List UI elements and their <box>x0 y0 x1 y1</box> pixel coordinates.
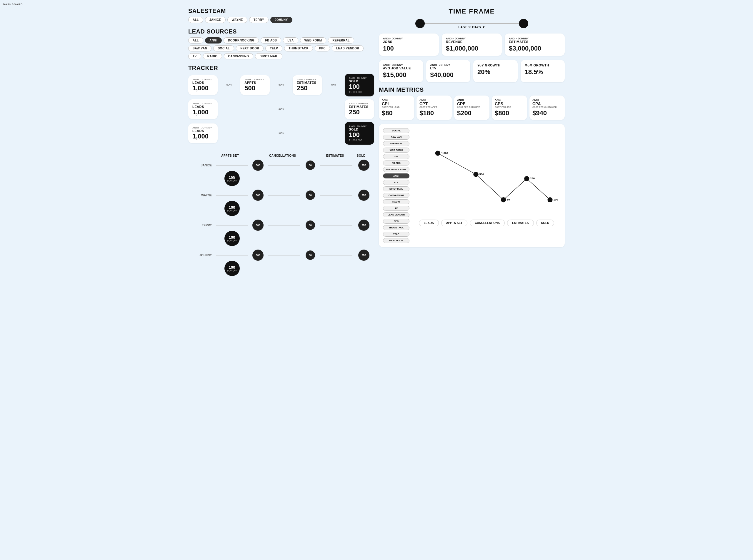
leadsources-section: LEAD SOURCES ALLANGIDOORKNOCKINGFB ADSLS… <box>188 28 374 61</box>
leadsource-pill-saw-van[interactable]: SAW VAN <box>188 45 212 52</box>
row-line <box>320 225 352 225</box>
row-line <box>268 255 300 256</box>
legend-pill-canvassing[interactable]: CANVASSING <box>383 193 409 198</box>
legend-pill-social[interactable]: SOCIAL <box>383 128 409 133</box>
chart-bottom-pills: LEADSAPPTS SETCANCELLATIONSESTIMATESSOLD <box>412 220 561 226</box>
legend-pill-referral[interactable]: REFERRAL <box>383 141 409 146</box>
dot-sold: 100$1,000,000 <box>225 261 240 276</box>
leadsource-pill-doorknocking[interactable]: DOORKNOCKING <box>224 37 259 43</box>
legend-pill-fb-ads[interactable]: FB ADS <box>383 160 409 165</box>
row-name: TERRY <box>188 224 215 227</box>
right-panel: TIME FRAME LAST 30 DAYS ▼ ANGI · JOHNNY … <box>379 8 565 280</box>
dot-estimates: 250 <box>358 249 369 261</box>
kpi-card: MoM GROWTH 18.5% <box>521 60 565 82</box>
leadsource-pill-referral[interactable]: REFERRAL <box>328 37 354 43</box>
row-line <box>216 225 248 225</box>
row-line <box>268 165 300 165</box>
leadsource-pill-tv[interactable]: TV <box>188 53 201 59</box>
leadsource-pill-yelp[interactable]: YELP <box>265 45 282 52</box>
leadsource-pill-angi[interactable]: ANGI <box>205 37 222 43</box>
tracker-leads-2: ANGI · JOHNNY LEADS 1,000 <box>188 99 218 119</box>
legend-pill-dirct-mail[interactable]: DIRCT MAIL <box>383 186 409 192</box>
slider-label: LAST 30 DAYS ▼ <box>458 25 485 29</box>
svg-text:500: 500 <box>480 173 484 176</box>
svg-text:1,000: 1,000 <box>441 152 448 155</box>
salesteam-pill-wayne[interactable]: WAYNE <box>227 17 247 23</box>
row-line <box>268 225 300 225</box>
kpi-card: ANGI · JOHNNY AVG JOB VALUE $15,000 <box>379 60 423 82</box>
tracker-arrow-3: 40% <box>325 83 342 87</box>
tracker-leads-1-source: ANGI · JOHNNY <box>192 78 214 81</box>
chart-svg: 1,00050050250100 <box>412 128 561 216</box>
leadsource-pill-radio[interactable]: RADIO <box>203 53 222 59</box>
leadsource-pill-lsa[interactable]: LSA <box>283 37 298 43</box>
table-row: JOHNNY 500 50 250 100$1,000,000 <box>188 249 374 276</box>
leadsource-pill-canvassing[interactable]: CANVASSING <box>224 53 254 59</box>
col-cancellations: CANCELLATIONS <box>269 154 296 157</box>
chart-bottom-pill-leads[interactable]: LEADS <box>419 220 439 226</box>
leadsource-pill-all[interactable]: ALL <box>188 37 203 43</box>
leadsource-pill-ppc[interactable]: PPC <box>315 45 330 52</box>
tracker-leads-3: ANGI · JOHNNY LEADS 1,000 <box>188 123 218 143</box>
leadsource-pill-web-form[interactable]: WEB FORM <box>300 37 327 43</box>
tracker-sold-1: ANGI · JOHNNY SOLD 100 $1,000,000 <box>345 74 374 96</box>
leadsource-pill-lead-vendor[interactable]: LEAD VENDOR <box>332 45 364 52</box>
row-name: JANICE <box>188 164 215 167</box>
legend-pill-ppc[interactable]: PPC <box>383 219 409 224</box>
salesteam-pill-janice[interactable]: JANICE <box>205 17 226 23</box>
leadsource-pill-next-door[interactable]: NEXT DOOR <box>236 45 264 52</box>
legend-pill-angi[interactable]: ANGI <box>383 174 409 178</box>
main-metric-card: ANGI CPL COST PER LEAD $80 <box>379 96 414 120</box>
chart-bottom-pill-estimates[interactable]: ESTIMATES <box>507 220 534 226</box>
leadsource-pill-fb-ads[interactable]: FB ADS <box>260 37 281 43</box>
salesteam-pill-johnny[interactable]: JOHNNY <box>270 17 292 23</box>
legend-pill-tv[interactable]: TV <box>383 206 409 211</box>
dropdown-icon: ▼ <box>482 25 485 29</box>
dot-estimates: 250 <box>358 189 369 201</box>
slider-track[interactable]: LAST 30 DAYS ▼ <box>425 23 519 24</box>
dot-sold: 100$1,000,000 <box>225 231 240 246</box>
dashboard-label: DASHBOARD <box>3 3 750 6</box>
dot-cancel: 50 <box>306 191 315 200</box>
timeframe-section: TIME FRAME LAST 30 DAYS ▼ <box>379 8 565 29</box>
chart-bottom-pill-appts-set[interactable]: APPTS SET <box>441 220 468 226</box>
tracker-leads-1-label: LEADS <box>192 81 214 84</box>
leadsources-title: LEAD SOURCES <box>188 28 374 35</box>
salesteam-pill-terry[interactable]: TERRY <box>249 17 269 23</box>
table-section: APPTS SET CANCELLATIONS ESTIMATES SOLD J… <box>188 154 374 280</box>
chart-bottom-pill-cancellations[interactable]: CANCELLATIONS <box>470 220 505 226</box>
main-metrics-section: MAIN METRICS ANGI CPL COST PER LEAD $80 … <box>379 86 565 120</box>
dot-estimates: 250 <box>358 220 369 231</box>
svg-point-10 <box>524 176 529 181</box>
legend-pill-all[interactable]: ALL <box>383 180 409 185</box>
legend-pill-doorknocking[interactable]: DOORKNOCKING <box>383 167 409 172</box>
row-line <box>320 165 352 165</box>
leadsource-pill-thumbtack[interactable]: THUMBTACK <box>284 45 313 52</box>
dot-cancel: 50 <box>306 220 315 230</box>
legend-pill-thumbtack[interactable]: THUMBTACK <box>383 225 409 230</box>
legend-pill-lead-vendor[interactable]: LEAD VENDOR <box>383 212 409 217</box>
legend-pill-radio[interactable]: RADIO <box>383 199 409 204</box>
leadsources-filters: ALLANGIDOORKNOCKINGFB ADSLSAWEB FORMREFE… <box>188 37 374 59</box>
kpi-row-1: ANGI · JOHNNY JOBS 100 ANGI · JOHNNY REV… <box>379 34 565 56</box>
leadsource-pill-social[interactable]: SOCIAL <box>213 45 234 52</box>
legend-pill-lsa[interactable]: LSA <box>383 154 409 159</box>
slider-left-dot[interactable] <box>415 19 425 28</box>
tracker-row-1: ANGI · JOHNNY LEADS 1,000 50% ANGI · JOH… <box>188 74 374 96</box>
tracker-estimates-1: ANGI · JOHNNY ESTIMATES 250 <box>293 75 322 95</box>
leadsource-pill-dirct-mail[interactable]: DIRCT MAIL <box>255 53 282 59</box>
dot-appts: 500 <box>252 160 264 171</box>
salesteam-pill-all[interactable]: ALL <box>188 17 203 23</box>
chart-area: 1,00050050250100 LEADSAPPTS SETCANCELLAT… <box>412 128 561 243</box>
legend-pill-next-door[interactable]: NEXT DOOR <box>383 238 409 243</box>
kpi-card: ANGI · JOHNNY ESTIMATES $3,000,000 <box>505 34 565 56</box>
chart-bottom-pill-sold[interactable]: SOLD <box>536 220 555 226</box>
slider-right-dot[interactable] <box>519 19 528 28</box>
svg-text:100: 100 <box>554 198 558 201</box>
legend-pill-saw-van[interactable]: SAW VAN <box>383 135 409 140</box>
tracker-sold-3: ANGI · JOHNNY SOLD 100 $1,000,000 <box>345 122 374 145</box>
salesteam-title: SALESTEAM <box>188 8 374 14</box>
legend-pill-web-form[interactable]: WEB FORM <box>383 147 409 153</box>
legend-pill-yelp[interactable]: YELP <box>383 232 409 237</box>
main-metrics-grid: ANGI CPL COST PER LEAD $80 ANGI CPT COST… <box>379 96 565 120</box>
